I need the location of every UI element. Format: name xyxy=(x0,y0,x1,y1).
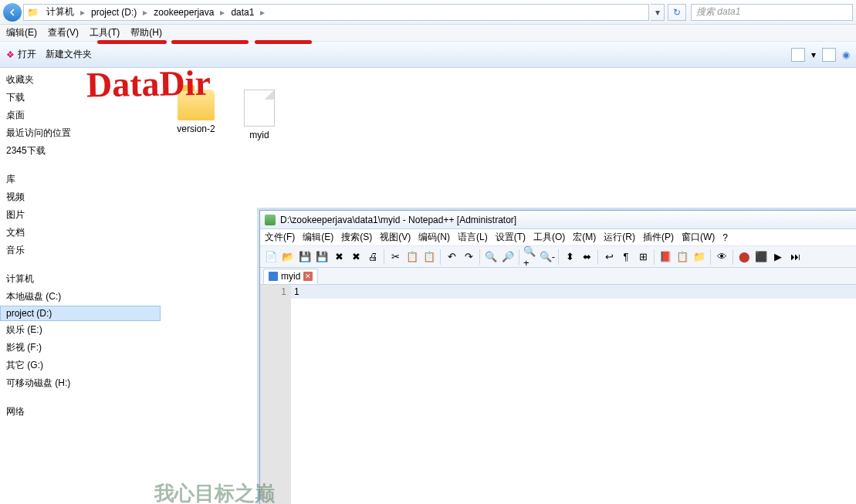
undo-icon[interactable]: ↶ xyxy=(444,249,459,265)
sidebar-item-pictures[interactable]: 图片 xyxy=(0,206,161,224)
notepad-titlebar[interactable]: D:\zookeeperjava\data1\myid - Notepad++ … xyxy=(260,211,856,229)
zoom-out-icon[interactable]: 🔍- xyxy=(540,249,555,265)
npp-menu-plugins[interactable]: 插件(P) xyxy=(643,231,674,244)
npp-menu-tools[interactable]: 工具(O) xyxy=(533,231,565,244)
sidebar-item-videos[interactable]: 视频 xyxy=(0,188,161,206)
open-file-icon[interactable]: 📂 xyxy=(280,249,296,265)
replace-icon[interactable]: 🔎 xyxy=(500,249,516,265)
sidebar-libraries[interactable]: 库 xyxy=(0,171,161,188)
paste-icon[interactable]: 📋 xyxy=(421,249,437,265)
redo-icon[interactable]: ↷ xyxy=(461,249,476,265)
sidebar-item-d[interactable]: project (D:) xyxy=(0,306,161,321)
close-all-icon[interactable]: ✖ xyxy=(348,249,364,265)
record-icon[interactable]: ⬤ xyxy=(736,249,752,265)
play-multi-icon[interactable]: ⏭ xyxy=(787,249,803,265)
sync-h-icon[interactable]: ⬌ xyxy=(579,249,594,265)
npp-menu-window[interactable]: 窗口(W) xyxy=(682,231,715,244)
zoom-in-icon[interactable]: 🔍+ xyxy=(523,249,538,265)
monitor-icon[interactable]: 👁 xyxy=(714,249,729,265)
chevron-icon: ▸ xyxy=(218,7,226,18)
save-all-icon[interactable]: 💾 xyxy=(314,249,330,265)
annotation-underline xyxy=(97,40,167,44)
tab-myid[interactable]: myid ✕ xyxy=(263,269,318,284)
sidebar-item-documents[interactable]: 文档 xyxy=(0,224,161,242)
word-wrap-icon[interactable]: ↩ xyxy=(601,249,617,265)
npp-menu-search[interactable]: 搜索(S) xyxy=(341,231,372,244)
annotation-underline xyxy=(171,40,249,44)
indent-guide-icon[interactable]: ⊞ xyxy=(635,249,651,265)
refresh-button[interactable]: ↻ xyxy=(668,4,686,21)
sidebar-item-c[interactable]: 本地磁盘 (C:) xyxy=(0,288,161,306)
sidebar-item-e[interactable]: 娱乐 (E:) xyxy=(0,321,161,339)
show-all-icon[interactable]: ¶ xyxy=(618,249,634,265)
save-icon[interactable]: 💾 xyxy=(297,249,313,265)
file-label: myid xyxy=(232,130,287,140)
close-icon[interactable]: ✖ xyxy=(331,249,347,265)
tab-close-icon[interactable]: ✕ xyxy=(303,272,313,281)
preview-pane-icon[interactable] xyxy=(822,48,836,62)
npp-menu-settings[interactable]: 设置(T) xyxy=(496,231,526,244)
view-options-icon[interactable] xyxy=(791,48,805,62)
back-button[interactable] xyxy=(3,3,22,22)
sidebar-network[interactable]: 网络 xyxy=(0,403,161,421)
sidebar-computer[interactable]: 计算机 xyxy=(0,270,161,288)
watermark-text: 我心目标之巅 xyxy=(154,480,275,504)
file-label: version-2 xyxy=(168,123,224,134)
npp-menu-file[interactable]: 文件(F) xyxy=(265,231,295,244)
menu-view[interactable]: 查看(V) xyxy=(48,26,79,39)
npp-menu-run[interactable]: 运行(R) xyxy=(604,231,635,244)
sidebar-item-h[interactable]: 可移动磁盘 (H:) xyxy=(0,374,161,392)
sidebar-item-recent[interactable]: 最近访问的位置 xyxy=(0,124,161,142)
npp-menu-edit[interactable]: 编辑(E) xyxy=(303,231,333,244)
npp-menu-help[interactable]: ? xyxy=(722,232,728,243)
menu-help[interactable]: 帮助(H) xyxy=(130,26,162,39)
npp-menu-encoding[interactable]: 编码(N) xyxy=(418,231,450,244)
stop-icon[interactable]: ⬛ xyxy=(753,249,769,265)
notepad-tab-bar: myid ✕ xyxy=(260,268,856,285)
notepad-app-icon xyxy=(265,215,276,225)
search-input[interactable]: 搜索 data1 xyxy=(691,4,853,21)
open-label: 打开 xyxy=(18,48,36,61)
crumb-data1[interactable]: data1 xyxy=(226,5,259,20)
npp-menu-view[interactable]: 视图(V) xyxy=(380,231,411,244)
new-file-icon[interactable]: 📄 xyxy=(263,249,279,265)
print-icon[interactable]: 🖨 xyxy=(365,249,381,265)
sidebar-item-g[interactable]: 其它 (G:) xyxy=(0,357,161,374)
sidebar-item-2345[interactable]: 2345下载 xyxy=(0,142,161,160)
play-icon[interactable]: ▶ xyxy=(770,249,786,265)
chevron-icon: ▸ xyxy=(141,7,149,18)
editor-area: 1 1 xyxy=(260,285,856,504)
npp-menu-language[interactable]: 语言(L) xyxy=(458,231,488,244)
crumb-zookeeper[interactable]: zookeeperjava xyxy=(149,5,218,20)
address-dropdown[interactable]: ▾ xyxy=(651,4,665,21)
help-icon[interactable]: ◉ xyxy=(842,49,850,60)
breadcrumb-path[interactable]: 📁 计算机▸ project (D:)▸ zookeeperjava▸ data… xyxy=(23,4,649,21)
save-state-icon xyxy=(269,272,278,281)
copy-icon[interactable]: 📋 xyxy=(404,249,420,265)
line-number: 1 xyxy=(260,286,286,297)
sync-v-icon[interactable]: ⬍ xyxy=(562,249,577,265)
notepad-menu-bar: 文件(F) 编辑(E) 搜索(S) 视图(V) 编码(N) 语言(L) 设置(T… xyxy=(260,229,856,246)
menu-tools[interactable]: 工具(T) xyxy=(90,26,120,39)
npp-menu-macro[interactable]: 宏(M) xyxy=(573,231,596,244)
open-button[interactable]: ❖ 打开 xyxy=(6,48,36,61)
address-bar: 📁 计算机▸ project (D:)▸ zookeeperjava▸ data… xyxy=(0,0,856,25)
find-icon[interactable]: 🔍 xyxy=(483,249,499,265)
sidebar-item-desktop[interactable]: 桌面 xyxy=(0,107,161,124)
new-folder-button[interactable]: 新建文件夹 xyxy=(46,48,92,61)
sidebar-item-f[interactable]: 影视 (F:) xyxy=(0,339,161,357)
notepad-title-text: D:\zookeeperjava\data1\myid - Notepad++ … xyxy=(280,215,516,225)
chevron-icon: ▸ xyxy=(259,7,266,18)
folder-tree-icon[interactable]: 📁 xyxy=(692,249,707,265)
open-icon: ❖ xyxy=(6,49,15,60)
dropdown-icon[interactable]: ▾ xyxy=(811,49,816,60)
editor-text[interactable]: 1 xyxy=(291,285,856,504)
cut-icon[interactable]: ✂ xyxy=(387,249,403,265)
crumb-project[interactable]: project (D:) xyxy=(86,5,141,20)
sidebar-item-music[interactable]: 音乐 xyxy=(0,242,161,259)
crumb-computer[interactable]: 计算机 xyxy=(42,5,79,20)
doc-map-icon[interactable]: 📕 xyxy=(658,249,673,265)
menu-edit[interactable]: 编辑(E) xyxy=(6,26,37,39)
file-myid[interactable]: myid xyxy=(232,90,287,140)
function-list-icon[interactable]: 📋 xyxy=(675,249,690,265)
